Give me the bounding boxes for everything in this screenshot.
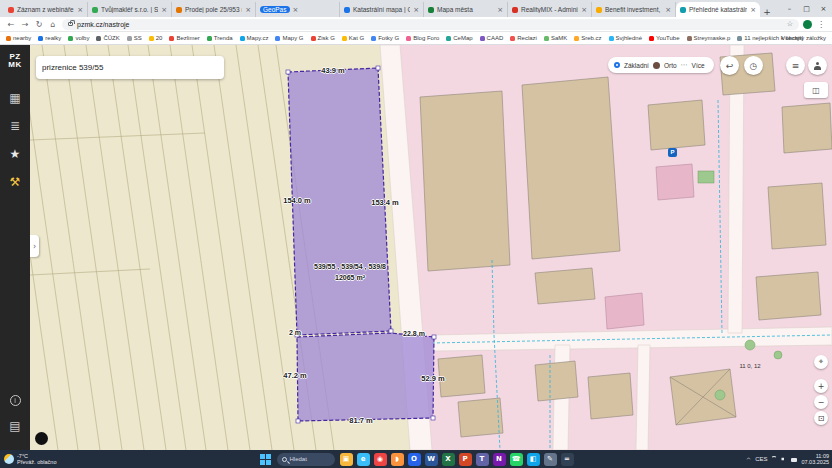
bookmark-item[interactable]: 20 [149, 35, 163, 41]
bookmark-item[interactable]: Svjhledné [609, 35, 642, 41]
excel-icon[interactable]: X [442, 453, 455, 466]
search-input[interactable] [42, 63, 218, 72]
hidden-icons-chevron[interactable]: ^ [746, 456, 751, 463]
bookmark-item[interactable]: Blog Foro [406, 35, 439, 41]
undo-button[interactable]: ↩ [720, 56, 739, 75]
photos-icon[interactable]: ◧ [527, 453, 540, 466]
browser-menu-icon[interactable]: ⋮ [816, 20, 826, 29]
profile-avatar[interactable] [803, 20, 812, 29]
bookmark-item[interactable]: ČÚZK [96, 35, 119, 41]
account-button[interactable] [808, 56, 827, 75]
new-tab-button[interactable]: + [760, 7, 774, 17]
apps-grid-icon[interactable]: ▦ [7, 91, 23, 105]
whatsapp-icon[interactable]: ☎ [510, 453, 523, 466]
volume-icon[interactable] [781, 456, 787, 462]
browser-tab[interactable]: RealityMIX - Administrace× [508, 2, 592, 17]
fullscreen-button[interactable]: ⊡ [814, 411, 828, 425]
info-icon[interactable]: i [10, 395, 21, 406]
browser-tab-active[interactable]: Přehledné katastrální map× [676, 2, 760, 17]
tab-close-icon[interactable]: × [665, 6, 671, 14]
taskbar-search[interactable]: Hledat [277, 453, 335, 466]
browser-tab[interactable]: Záznam z webináře CeMo× [4, 2, 88, 17]
tab-close-icon[interactable]: × [245, 6, 251, 14]
sidebar-expander[interactable]: › [30, 235, 39, 257]
browser-tab[interactable]: Benefit investment, a.s. Zá× [592, 2, 676, 17]
tab-close-icon[interactable]: × [750, 6, 756, 14]
zoom-in-button[interactable]: + [814, 379, 828, 393]
browser-tab[interactable]: Tvůjmakléř s.r.o. | Systém l× [88, 2, 172, 17]
all-bookmarks-button[interactable]: Všechny záložky [781, 35, 826, 41]
tab-close-icon[interactable]: × [293, 6, 299, 14]
wifi-icon[interactable] [771, 456, 777, 462]
bookmark-item[interactable]: Sreb.cz [574, 35, 601, 41]
close-icon[interactable]: × [815, 0, 832, 17]
bookmark-item[interactable]: Zisk G [311, 35, 335, 41]
tab-close-icon[interactable]: × [497, 6, 503, 14]
map-canvas[interactable]: 43.9 m 154.0 m 153.4 m 539/55 , 539/54 ,… [30, 45, 832, 450]
bookmark-item[interactable]: volby [68, 35, 89, 41]
back-icon[interactable]: ← [6, 20, 16, 29]
bookmark-item[interactable]: YouTube [649, 35, 680, 41]
more-dots-icon[interactable]: ⋯ [681, 61, 688, 69]
bookmark-item[interactable]: Fotky G [371, 35, 399, 41]
language-indicator[interactable]: CES [755, 456, 767, 462]
bookmark-item[interactable]: SaMK [544, 35, 567, 41]
bookmark-item[interactable]: CAAD [480, 35, 504, 41]
powerpoint-icon[interactable]: P [459, 453, 472, 466]
bookmark-item[interactable]: realky [38, 35, 61, 41]
tab-close-icon[interactable]: × [581, 6, 587, 14]
bookmark-item[interactable]: SS [127, 35, 142, 41]
document-icon[interactable]: ▤ [7, 419, 23, 433]
bookmark-item[interactable]: Bezlimer [169, 35, 199, 41]
bookmark-item[interactable]: Kat G [342, 35, 364, 41]
battery-icon[interactable] [791, 458, 797, 462]
start-button[interactable] [259, 453, 272, 466]
orto-layer-label[interactable]: Orto [664, 62, 677, 69]
reload-icon[interactable]: ↻ [34, 20, 44, 29]
orto-layer-icon[interactable] [653, 62, 660, 69]
word-icon[interactable]: W [425, 453, 438, 466]
forward-icon[interactable]: → [20, 20, 30, 29]
more-layers-label[interactable]: Více [692, 62, 705, 69]
browser-tab[interactable]: Mapa města× [424, 2, 508, 17]
bookmark-item[interactable]: Mapy.cz [240, 35, 269, 41]
bookmark-item[interactable]: Streymaske.p [687, 35, 731, 41]
layers-menu-button[interactable]: ≡ [786, 56, 805, 75]
home-icon[interactable]: ⌂ [48, 20, 58, 29]
maximize-icon[interactable]: □ [798, 0, 815, 17]
tab-close-icon[interactable]: × [161, 6, 167, 14]
layers-list-icon[interactable]: ≣ [7, 119, 23, 133]
map-brand-dot[interactable] [35, 432, 48, 445]
firefox-icon[interactable]: ◗ [391, 453, 404, 466]
outlook-icon[interactable]: O [408, 453, 421, 466]
map-graphics[interactable] [30, 45, 832, 450]
snipping-icon[interactable]: ✎ [544, 453, 557, 466]
browser-tab[interactable]: Katastrální mapa | GeoPa× [340, 2, 424, 17]
browser-tab[interactable]: GeoPas× [256, 2, 340, 17]
bookmark-star-icon[interactable]: ☆ [787, 20, 793, 28]
clock[interactable]: 11:09 07.03.2025 [801, 453, 829, 466]
browser-tab[interactable]: Prodej pole 25/953 m². M× [172, 2, 256, 17]
chrome-icon[interactable]: ◉ [374, 453, 387, 466]
tab-close-icon[interactable]: × [413, 6, 419, 14]
tools-wrench-icon[interactable]: ⚒ [7, 175, 23, 189]
weather-widget[interactable]: -7°C Převáž. oblačno [4, 453, 56, 466]
tab-close-icon[interactable]: × [77, 6, 83, 14]
teams-icon[interactable]: T [476, 453, 489, 466]
locate-button[interactable]: ⌖ [814, 355, 828, 369]
onenote-icon[interactable]: N [493, 453, 506, 466]
bookmark-item[interactable]: Mapy G [275, 35, 303, 41]
bookmark-item[interactable]: Reclazi [510, 35, 537, 41]
url-input[interactable]: pzmk.cz/nastroje ☆ [62, 19, 799, 30]
bookmark-item[interactable]: Trenda [207, 35, 233, 41]
zoom-out-button[interactable]: − [814, 395, 828, 409]
bookmark-item[interactable]: CeMap [446, 35, 472, 41]
minimize-icon[interactable]: – [781, 0, 798, 17]
favorites-star-icon[interactable]: ★ [7, 147, 23, 161]
bookmark-item[interactable]: nearby [6, 35, 31, 41]
screenshot-button[interactable]: ◫ [804, 82, 828, 98]
file-explorer-icon[interactable]: ▣ [340, 453, 353, 466]
history-button[interactable]: ◷ [744, 56, 763, 75]
calculator-icon[interactable]: = [561, 453, 574, 466]
base-layer-radio[interactable] [614, 62, 620, 68]
